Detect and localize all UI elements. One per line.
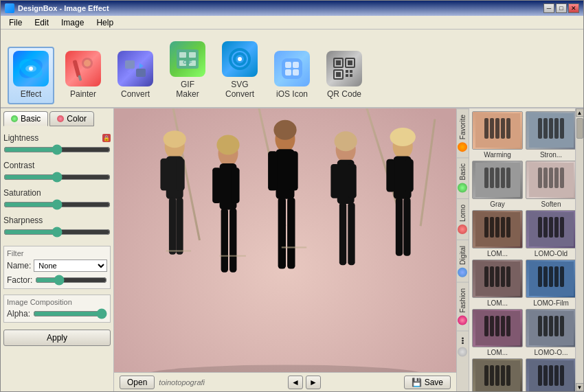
saturation-slider[interactable]	[3, 199, 111, 210]
cat-lomo[interactable]: Lomo	[457, 198, 469, 240]
effect-warming[interactable]: Warming	[472, 111, 523, 159]
effect-lom4[interactable]: LOMO-...	[472, 358, 523, 391]
scroll-thumb[interactable]	[576, 118, 583, 139]
svg-rect-58	[278, 198, 286, 269]
cat-favorite[interactable]: Favorite	[457, 108, 469, 157]
svg-rect-124	[549, 266, 553, 287]
filter-title: Filter	[7, 249, 107, 257]
svg-rect-104	[484, 217, 488, 238]
effect-lom1[interactable]: LOM...	[472, 210, 523, 257]
filter-name-select[interactable]: None Blur Sharpen Edge	[34, 260, 107, 272]
effect-lom-o[interactable]: LOMO-O...	[526, 309, 575, 356]
maximize-button[interactable]: □	[556, 3, 567, 13]
menu-help[interactable]: Help	[91, 17, 119, 27]
lom-h-thumb	[526, 358, 575, 391]
menu-image[interactable]: Image	[56, 17, 89, 27]
scroll-down-arrow[interactable]: ▼	[576, 383, 584, 391]
lightness-label: Lightness	[3, 133, 38, 143]
effect-lom2[interactable]: LOM...	[472, 260, 523, 307]
contrast-slider[interactable]	[3, 172, 111, 183]
svg-rect-86	[538, 118, 542, 139]
svg-point-53	[216, 135, 239, 154]
save-label: Save	[425, 378, 443, 387]
menu-edit[interactable]: Edit	[29, 17, 54, 27]
svg-point-60	[273, 120, 296, 140]
svg-rect-147	[543, 365, 548, 386]
svg-rect-20	[282, 58, 302, 79]
svg-rect-150	[560, 365, 564, 386]
svg-rect-113	[554, 217, 559, 238]
save-button[interactable]: 💾 Save	[404, 376, 451, 389]
svg-rect-56	[268, 151, 277, 190]
nav-buttons: ◄ ►	[288, 376, 321, 389]
scroll-up-arrow[interactable]: ▲	[576, 108, 584, 117]
title-bar: DesignBox - Image Effect ─ □ ✕	[1, 1, 583, 16]
effect-lom-film[interactable]: LOMO-Film	[526, 260, 575, 307]
svg-rect-80	[484, 118, 488, 139]
svg-rect-87	[543, 118, 548, 139]
lightness-slider[interactable]	[3, 144, 111, 155]
main-area: Basic Color Lightness 🔒	[1, 108, 583, 391]
lom-old-thumb	[526, 210, 575, 249]
svg-rect-24	[293, 69, 299, 76]
cat-fashion[interactable]: Fashion	[457, 282, 469, 331]
svg-rect-65	[339, 203, 346, 265]
tool-ios[interactable]: iOS Icon	[269, 47, 315, 104]
watermark-text: toinotopografi	[159, 378, 205, 387]
lom1-label: LOM...	[472, 250, 523, 257]
cat-more[interactable]: •••	[457, 331, 469, 362]
basic-dot	[11, 115, 18, 122]
svg-rect-148	[549, 365, 553, 386]
svg-rect-107	[501, 217, 505, 238]
close-button[interactable]: ✕	[568, 3, 579, 13]
menu-file[interactable]: File	[3, 17, 27, 27]
svg-rect-84	[506, 118, 510, 139]
alpha-slider[interactable]	[33, 308, 107, 319]
factor-slider[interactable]	[35, 275, 107, 286]
lom-film-label: LOMO-Film	[526, 299, 575, 307]
alpha-label: Alpha:	[7, 309, 30, 319]
convert-label: Convert	[121, 89, 150, 99]
saturation-row: Saturation	[3, 188, 111, 210]
effect-lom3[interactable]: LOM...	[472, 309, 523, 356]
tool-convert[interactable]: Convert	[112, 47, 159, 104]
minimize-button[interactable]: ─	[543, 3, 554, 13]
effects-grid: Warming Stron...	[469, 108, 575, 391]
cat-digital[interactable]: Digital	[457, 240, 469, 283]
effect-lom-old[interactable]: LOMO-Old	[526, 210, 575, 257]
app-icon	[5, 3, 14, 13]
nav-prev-button[interactable]: ◄	[288, 376, 303, 389]
tool-painter[interactable]: Painter	[60, 47, 106, 104]
soften-thumb	[526, 161, 575, 199]
sharpness-slider[interactable]	[3, 227, 111, 238]
lightness-lock[interactable]: 🔒	[102, 134, 111, 142]
effect-strong[interactable]: Stron...	[526, 111, 575, 159]
effect-lom-h[interactable]: LOMOI...	[526, 358, 575, 391]
qr-label: QR Code	[327, 89, 361, 99]
effect-soften[interactable]: Soften	[526, 161, 575, 208]
lom-o-thumb	[526, 309, 575, 347]
svg-rect-116	[484, 266, 488, 287]
effects-row-2: Gray Soften	[472, 161, 572, 208]
slider-group: Lightness 🔒 Contrast Saturation	[3, 130, 111, 240]
lightness-row: Lightness 🔒	[3, 133, 111, 155]
tool-svg[interactable]: SVG Convert	[216, 37, 263, 104]
tool-gif[interactable]: GIF GIF Maker	[164, 37, 211, 104]
svg-rect-106	[495, 217, 499, 238]
tool-qr[interactable]: QR Code	[321, 47, 368, 104]
tab-color[interactable]: Color	[49, 111, 94, 126]
gray-label: Gray	[472, 200, 523, 208]
svg-rect-8	[125, 60, 135, 69]
svg-rect-99	[543, 168, 548, 188]
apply-button[interactable]: Apply	[3, 330, 111, 346]
tab-basic[interactable]: Basic	[3, 111, 48, 126]
svg-rect-90	[560, 118, 564, 139]
open-button[interactable]: Open	[120, 376, 155, 389]
svg-rect-112	[549, 217, 553, 238]
svg-point-46	[164, 130, 186, 148]
image-canvas[interactable]	[114, 108, 456, 372]
nav-next-button[interactable]: ►	[306, 376, 321, 389]
cat-basic[interactable]: Basic	[457, 157, 469, 198]
tool-effect[interactable]: Effect	[8, 47, 54, 104]
effect-gray[interactable]: Gray	[472, 161, 523, 208]
